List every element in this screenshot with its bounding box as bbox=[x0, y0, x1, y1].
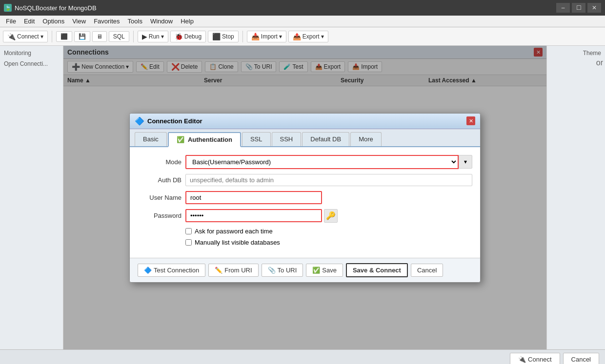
monitoring-label: Monitoring bbox=[2, 48, 61, 58]
password-wrapper: 🔑 bbox=[185, 209, 472, 223]
mode-label: Mode bbox=[138, 158, 182, 166]
password-label: Password bbox=[138, 212, 182, 219]
connection-editor-dialog: 🔷 Connection Editor ✕ Basic ✅ Authentica… bbox=[129, 113, 481, 283]
title-bar-controls: – ☐ ✕ bbox=[556, 3, 601, 13]
manual-db-row: Manually list visible databases bbox=[185, 239, 472, 246]
toolbar-action-btn-1[interactable]: ⬛ bbox=[56, 31, 72, 42]
minimize-button[interactable]: – bbox=[556, 3, 570, 13]
toolbar-sep-1 bbox=[52, 31, 52, 42]
tab-ssh[interactable]: SSH bbox=[272, 132, 302, 146]
run-label: Run bbox=[149, 33, 160, 40]
from-uri-label: From URI bbox=[224, 267, 252, 274]
toolbar-action-btn-3[interactable]: 🖥 bbox=[92, 31, 107, 42]
debug-button[interactable]: 🐞 Debug bbox=[170, 31, 206, 42]
menu-view[interactable]: View bbox=[68, 17, 90, 26]
test-connection-icon: 🔷 bbox=[144, 267, 152, 274]
run-icon: ▶ bbox=[142, 33, 147, 40]
menu-options[interactable]: Options bbox=[39, 17, 68, 26]
username-label: User Name bbox=[138, 194, 182, 201]
dialog-cancel-label: Cancel bbox=[417, 267, 437, 274]
mode-dropdown-button[interactable]: ▾ bbox=[459, 155, 472, 169]
or-text: or bbox=[596, 58, 603, 67]
tab-ssl[interactable]: SSL bbox=[242, 132, 271, 146]
tab-default-db[interactable]: Default DB bbox=[302, 132, 349, 146]
open-conn-label: Open Connecti... bbox=[2, 58, 61, 69]
tab-bar: Basic ✅ Authentication SSL SSH Default D… bbox=[130, 129, 480, 147]
main-area: Monitoring Open Connecti... Connections … bbox=[0, 46, 605, 349]
toolbar-action-icon-2: 💾 bbox=[79, 33, 86, 40]
save-icon: ✅ bbox=[312, 267, 320, 274]
dialog-footer: 🔷 Test Connection ✏️ From URI 📎 To URI ✅… bbox=[130, 258, 480, 282]
export-dropdown-icon: ▾ bbox=[321, 33, 324, 40]
key-icon: 🔑 bbox=[326, 211, 336, 220]
title-bar-left: 🍃 NoSQLBooster for MongoDB bbox=[4, 4, 97, 12]
export-label: Export bbox=[302, 33, 320, 40]
authdb-row: Auth DB bbox=[138, 174, 472, 186]
ask-password-checkbox[interactable] bbox=[185, 228, 192, 234]
save-label: Save bbox=[322, 267, 337, 274]
import-label: Import bbox=[261, 33, 278, 40]
connections-panel: Connections ✕ ➕ New Connection ▾ ✏️ Edit… bbox=[63, 46, 546, 349]
left-panel: Monitoring Open Connecti... bbox=[0, 46, 63, 349]
connect-icon: 🔌 bbox=[7, 33, 16, 40]
menu-file[interactable]: File bbox=[2, 17, 20, 26]
stop-icon: ⬛ bbox=[212, 33, 221, 40]
run-dropdown-icon: ▾ bbox=[161, 33, 164, 40]
mode-select[interactable]: Basic(Username/Password) bbox=[185, 155, 459, 169]
menu-window[interactable]: Window bbox=[146, 17, 177, 26]
test-connection-label: Test Connection bbox=[154, 267, 199, 274]
dialog-close-button[interactable]: ✕ bbox=[466, 116, 475, 125]
password-input[interactable] bbox=[185, 209, 322, 222]
menu-favorites[interactable]: Favorites bbox=[90, 17, 123, 26]
toolbar-sep-3 bbox=[242, 31, 243, 42]
to-uri-dialog-label: To URI bbox=[278, 267, 297, 274]
sql-button[interactable]: SQL bbox=[109, 31, 129, 42]
stop-label: Stop bbox=[222, 33, 234, 40]
toolbar-sep-2 bbox=[133, 31, 134, 42]
import-dropdown-icon: ▾ bbox=[279, 33, 282, 40]
ask-password-label: Ask for password each time bbox=[195, 228, 273, 235]
connect-button[interactable]: 🔌 Connect ▾ bbox=[3, 31, 48, 42]
debug-icon: 🐞 bbox=[175, 33, 183, 40]
menu-tools[interactable]: Tools bbox=[124, 17, 146, 26]
mode-select-wrapper: Basic(Username/Password) ▾ bbox=[185, 155, 472, 169]
menu-edit[interactable]: Edit bbox=[20, 17, 39, 26]
dialog-cancel-button[interactable]: Cancel bbox=[411, 264, 443, 277]
stop-button[interactable]: ⬛ Stop bbox=[208, 31, 239, 42]
mode-row: Mode Basic(Username/Password) ▾ bbox=[138, 155, 472, 169]
toolbar-action-icon-1: ⬛ bbox=[60, 33, 68, 40]
right-panel: Theme or bbox=[546, 46, 605, 349]
from-uri-button[interactable]: ✏️ From URI bbox=[208, 264, 258, 277]
toolbar-action-btn-2[interactable]: 💾 bbox=[74, 31, 90, 42]
modal-overlay: 🔷 Connection Editor ✕ Basic ✅ Authentica… bbox=[63, 46, 546, 349]
to-uri-dialog-icon: 📎 bbox=[268, 267, 276, 274]
maximize-button[interactable]: ☐ bbox=[572, 3, 585, 13]
title-bar: 🍃 NoSQLBooster for MongoDB – ☐ ✕ bbox=[0, 0, 605, 16]
username-input[interactable] bbox=[185, 191, 322, 204]
sql-label: SQL bbox=[113, 33, 125, 40]
close-button[interactable]: ✕ bbox=[587, 3, 601, 13]
bottom-bar: 🔌 Connect Cancel bbox=[0, 349, 605, 364]
menu-help[interactable]: Help bbox=[177, 17, 198, 26]
dialog-content: Mode Basic(Username/Password) ▾ Auth DB … bbox=[130, 147, 480, 258]
save-connect-button[interactable]: Save & Connect bbox=[346, 263, 408, 277]
main-cancel-button[interactable]: Cancel bbox=[563, 353, 599, 364]
authdb-input[interactable] bbox=[185, 174, 472, 186]
password-key-button[interactable]: 🔑 bbox=[324, 209, 338, 223]
import-button[interactable]: 📥 Import ▾ bbox=[247, 31, 286, 42]
to-uri-dialog-button[interactable]: 📎 To URI bbox=[262, 264, 303, 277]
main-connect-button[interactable]: 🔌 Connect bbox=[510, 353, 560, 364]
tab-basic[interactable]: Basic bbox=[135, 132, 167, 146]
run-button[interactable]: ▶ Run ▾ bbox=[138, 31, 168, 42]
export-button[interactable]: 📤 Export ▾ bbox=[288, 31, 328, 42]
tab-more[interactable]: More bbox=[350, 132, 382, 146]
tab-authentication[interactable]: ✅ Authentication bbox=[168, 132, 241, 147]
authdb-label: Auth DB bbox=[138, 176, 182, 184]
main-connect-label: Connect bbox=[528, 356, 551, 363]
save-button[interactable]: ✅ Save bbox=[306, 264, 343, 277]
app-icon: 🍃 bbox=[4, 4, 12, 12]
test-connection-button[interactable]: 🔷 Test Connection bbox=[138, 264, 205, 277]
manual-db-checkbox[interactable] bbox=[185, 239, 192, 246]
toolbar-action-icon-3: 🖥 bbox=[97, 33, 102, 40]
debug-label: Debug bbox=[184, 33, 202, 40]
